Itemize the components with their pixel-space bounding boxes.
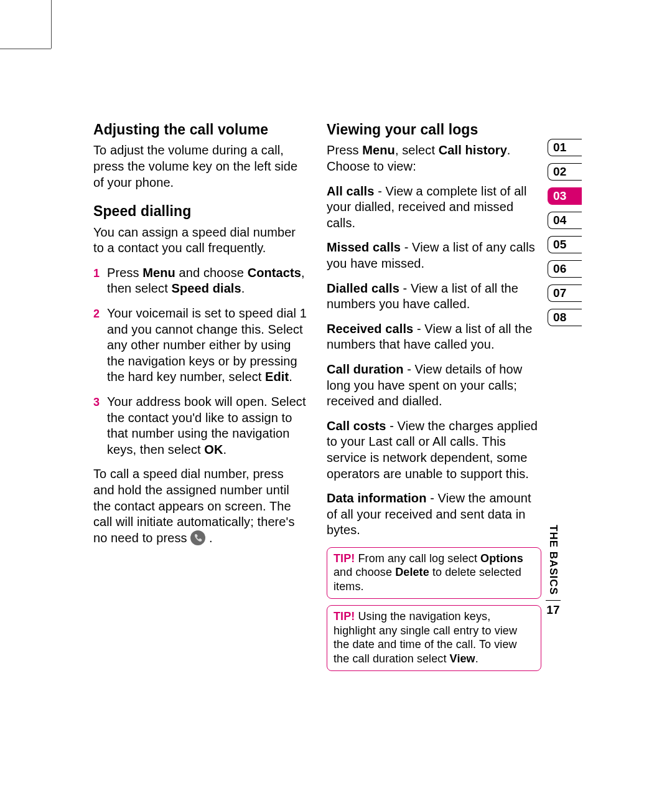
left-column: Adjusting the call volume To adjust the … — [93, 121, 308, 671]
para-adjust-volume: To adjust the volume during a call, pres… — [93, 143, 308, 190]
para-call-costs: Call costs - View the charges applied to… — [327, 418, 541, 482]
step-number: 3 — [93, 395, 100, 410]
tip-label: TIP! — [334, 552, 355, 565]
para-call-logs-intro: Press Menu, select Call history. Choose … — [327, 143, 541, 174]
side-footer: THE BASICS 17 — [546, 525, 561, 617]
para-speed-dial-intro: You can assign a speed dial number to a … — [93, 225, 308, 256]
tab-06[interactable]: 06 — [548, 260, 582, 278]
list-item: 2 Your voicemail is set to speed dial 1 … — [93, 306, 308, 385]
step-number: 1 — [93, 266, 100, 281]
heading-speed-dialling: Speed dialling — [93, 203, 308, 219]
para-call-duration: Call duration - View details of how long… — [327, 362, 541, 410]
call-icon — [190, 530, 205, 545]
tab-08[interactable]: 08 — [548, 309, 582, 326]
step-text: Press Menu and choose Contacts, then sel… — [107, 266, 305, 296]
tip-box-view: TIP! Using the navigation keys, highligh… — [327, 605, 541, 671]
para-speed-dial-use: To call a speed dial number, press and h… — [93, 466, 308, 546]
step-text: Your address book will open. Select the … — [107, 395, 306, 456]
tip-label: TIP! — [334, 610, 355, 623]
para-dialled-calls: Dialled calls - View a list of all the n… — [327, 281, 541, 313]
right-column: Viewing your call logs Press Menu, selec… — [327, 121, 541, 671]
tab-05[interactable]: 05 — [548, 236, 582, 253]
para-received-calls: Received calls - View a list of all the … — [327, 321, 541, 353]
tab-03[interactable]: 03 — [548, 187, 582, 205]
para-missed-calls: Missed calls - View a list of any calls … — [327, 240, 541, 271]
crop-mark-vertical — [51, 0, 52, 49]
list-item: 1 Press Menu and choose Contacts, then s… — [93, 265, 308, 297]
tab-01[interactable]: 01 — [548, 139, 582, 156]
page-number: 17 — [546, 603, 561, 617]
tab-04[interactable]: 04 — [548, 212, 582, 229]
speed-dial-steps: 1 Press Menu and choose Contacts, then s… — [93, 265, 308, 458]
para-data-info: Data information - View the amount of al… — [327, 491, 541, 538]
footer-separator — [546, 600, 561, 601]
tab-07[interactable]: 07 — [548, 284, 582, 302]
heading-adjusting-volume: Adjusting the call volume — [93, 121, 308, 138]
step-number: 2 — [93, 307, 100, 321]
page-content: Adjusting the call volume To adjust the … — [93, 121, 541, 671]
tip-box-delete: TIP! From any call log select Options an… — [327, 547, 541, 599]
crop-mark-horizontal — [0, 49, 51, 49]
section-label: THE BASICS — [547, 525, 559, 595]
section-tabs: 01 02 03 04 05 06 07 08 — [548, 139, 582, 333]
para-all-calls: All calls - View a complete list of all … — [327, 184, 541, 232]
heading-call-logs: Viewing your call logs — [327, 121, 541, 138]
step-text: Your voicemail is set to speed dial 1 an… — [107, 306, 307, 383]
list-item: 3 Your address book will open. Select th… — [93, 394, 308, 458]
tab-02[interactable]: 02 — [548, 163, 582, 181]
